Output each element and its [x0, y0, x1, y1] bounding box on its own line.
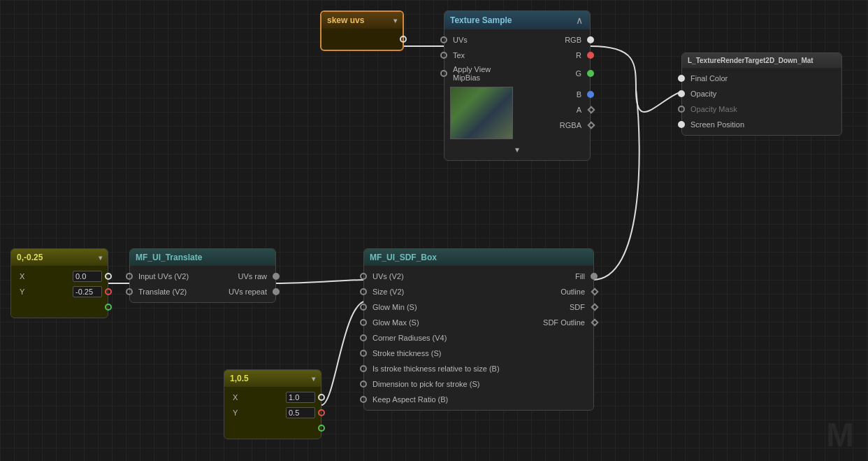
sdf-corner-input-pin[interactable] [360, 334, 367, 341]
texture-g-label: G [517, 69, 584, 78]
texture-rgba-label: RGBA [524, 121, 584, 129]
sdf-size-row: Size (V2) Outline [364, 284, 593, 299]
texture-mipbias-label: Apply View MipBias [450, 65, 517, 82]
coord-x-label: X [17, 272, 28, 281]
node-skew-uvs-header[interactable]: skew uvs ▾ [321, 12, 403, 29]
texture-uvs-row: UVs RGB [444, 32, 590, 48]
sdf-fill-label: Fill [479, 272, 588, 281]
coord-x-output-pin[interactable] [105, 273, 112, 280]
translate-input-uvs-label: Input UVs (V2) [136, 272, 203, 281]
sdf-stroke-relative-row: Is stroke thickness relative to size (B) [364, 361, 593, 376]
texture-g-output-pin[interactable] [587, 70, 594, 77]
sdf-uvs-row: UVs (V2) Fill [364, 269, 593, 284]
node-size: 1,0.5 ▾ X Y [224, 369, 321, 439]
texture-rgba-row: RGBA [519, 118, 590, 133]
material-final-color-row: Final Color [682, 71, 841, 86]
node-texture-sample-header[interactable]: Texture Sample ∧ [444, 11, 590, 29]
size-y-row: Y [224, 405, 321, 420]
size-x-output-pin[interactable] [318, 394, 325, 401]
size-x-input[interactable] [286, 392, 315, 403]
texture-rgb-output-pin[interactable] [587, 36, 594, 43]
sdf-sdf-label: SDF [479, 303, 588, 311]
texture-right-outputs: B A RGBA [519, 84, 590, 133]
node-sdf-box: MF_UI_SDF_Box UVs (V2) Fill Size (V2) Ou… [363, 248, 594, 411]
sdf-dimension-row: Dimension to pick for stroke (S) [364, 376, 593, 392]
texture-tex-row: Tex R [444, 48, 590, 63]
translate-input-uvs-pin[interactable] [126, 273, 133, 280]
translate-uvs-repeat-label: UVs repeat [203, 288, 270, 296]
sdf-glow-min-input-pin[interactable] [360, 304, 367, 311]
node-coord-header[interactable]: 0,-0.25 ▾ [11, 249, 108, 266]
material-opacity-mask-label: Opacity Mask [688, 105, 836, 113]
translate-uvs-raw-output-pin[interactable] [273, 273, 280, 280]
collapse-icon[interactable]: ∧ [574, 15, 584, 26]
texture-a-row: A [519, 102, 590, 118]
size-extra-row [224, 420, 321, 436]
chevron-down-icon[interactable]: ▾ [99, 254, 102, 262]
coord-extra-row [11, 299, 108, 315]
texture-mipbias-input-pin[interactable] [440, 70, 447, 77]
sdf-aspect-row: Keep Aspect Ratio (B) [364, 392, 593, 407]
sdf-stroke-input-pin[interactable] [360, 350, 367, 357]
chevron-down-icon[interactable]: ▾ [312, 375, 315, 383]
node-translate-header[interactable]: MF_UI_Translate [130, 249, 275, 266]
texture-expand-row: ▾ [444, 142, 590, 157]
material-opacity-input-pin[interactable] [678, 90, 685, 97]
node-texture-sample-body: UVs RGB Tex R Apply View MipBias G B [444, 29, 590, 160]
node-sdf-box-header[interactable]: MF_UI_SDF_Box [364, 249, 593, 266]
node-material-output: L_TextureRenderTarget2D_Down_Mat Final C… [681, 52, 842, 136]
node-translate: MF_UI_Translate Input UVs (V2) UVs raw T… [129, 248, 276, 303]
material-opacity-row: Opacity [682, 86, 841, 101]
sdf-size-label: Size (V2) [370, 288, 479, 296]
node-coord-title: 0,-0.25 [17, 253, 99, 262]
sdf-dimension-input-pin[interactable] [360, 381, 367, 388]
texture-b-output-pin[interactable] [587, 91, 594, 98]
sdf-uvs-input-pin[interactable] [360, 273, 367, 280]
coord-y-red-output-pin[interactable] [105, 288, 112, 295]
material-opacity-mask-input-pin[interactable] [678, 106, 685, 113]
material-opacity-label: Opacity [688, 90, 836, 98]
node-skew-uvs-title: skew uvs [327, 15, 393, 25]
sdf-aspect-input-pin[interactable] [360, 396, 367, 403]
sdf-outline-label: Outline [479, 288, 588, 296]
material-screen-pos-label: Screen Position [688, 120, 836, 129]
node-sdf-box-body: UVs (V2) Fill Size (V2) Outline Glow Min… [364, 266, 593, 410]
skew-uvs-output-pin[interactable] [400, 36, 407, 43]
sdf-glow-max-label: Glow Max (S) [370, 318, 479, 327]
sdf-glow-max-input-pin[interactable] [360, 319, 367, 326]
sdf-fill-output-pin[interactable] [591, 273, 598, 280]
translate-uvs-repeat-output-pin[interactable] [273, 288, 280, 295]
size-y-input[interactable] [286, 407, 315, 418]
node-material-output-header[interactable]: L_TextureRenderTarget2D_Down_Mat [682, 53, 841, 68]
material-final-color-input-pin[interactable] [678, 75, 685, 82]
coord-x-input[interactable] [73, 271, 102, 282]
node-material-output-body: Final Color Opacity Opacity Mask Screen … [682, 68, 841, 135]
sdf-stroke-relative-input-pin[interactable] [360, 365, 367, 372]
sdf-uvs-label: UVs (V2) [370, 272, 479, 281]
node-translate-body: Input UVs (V2) UVs raw Translate (V2) UV… [130, 266, 275, 302]
texture-uvs-input-pin[interactable] [440, 36, 447, 43]
translate-translate-input-pin[interactable] [126, 288, 133, 295]
skew-uvs-output-row [321, 31, 403, 47]
coord-y-input[interactable] [73, 286, 102, 297]
texture-tex-label: Tex [450, 51, 517, 59]
texture-r-output-pin[interactable] [587, 52, 594, 59]
sdf-size-input-pin[interactable] [360, 288, 367, 295]
chevron-down-icon[interactable]: ▾ [515, 145, 519, 155]
size-y-red-output-pin[interactable] [318, 409, 325, 416]
coord-green-output-pin[interactable] [105, 304, 112, 311]
chevron-down-icon[interactable]: ▾ [393, 17, 397, 24]
translate-translate-row: Translate (V2) UVs repeat [130, 284, 275, 299]
node-size-header[interactable]: 1,0.5 ▾ [224, 370, 321, 387]
node-translate-title: MF_UI_Translate [136, 253, 270, 262]
material-screen-pos-input-pin[interactable] [678, 121, 685, 128]
texture-thumbnail [450, 87, 513, 139]
sdf-glow-max-row: Glow Max (S) SDF Outline [364, 315, 593, 330]
translate-uvs-raw-label: UVs raw [203, 272, 270, 281]
node-coord-body: X Y [11, 266, 108, 318]
texture-b-row: B [519, 87, 590, 102]
size-green-output-pin[interactable] [318, 425, 325, 432]
texture-tex-input-pin[interactable] [440, 52, 447, 59]
sdf-glow-min-label: Glow Min (S) [370, 303, 479, 311]
sdf-stroke-relative-label: Is stroke thickness relative to size (B) [370, 364, 588, 373]
